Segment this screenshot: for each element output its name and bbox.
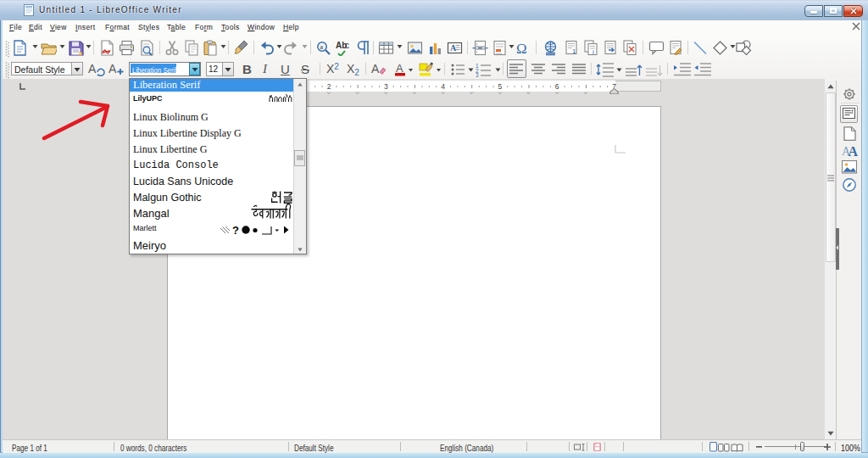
svg-text:A: A — [396, 62, 403, 75]
svg-text:A: A — [371, 62, 380, 75]
svg-text:A: A — [108, 62, 117, 75]
svg-text:2: 2 — [327, 82, 331, 91]
svg-text:4: 4 — [441, 82, 445, 91]
svg-text:a: a — [320, 43, 324, 51]
svg-text:A: A — [88, 62, 97, 75]
svg-text:c: c — [345, 41, 349, 50]
svg-text:A: A — [849, 144, 859, 159]
svg-text:5: 5 — [498, 82, 503, 91]
svg-text:i: i — [593, 48, 594, 56]
svg-text:1: 1 — [572, 47, 576, 55]
svg-text:6: 6 — [555, 82, 559, 91]
svg-text:?: ? — [232, 224, 239, 236]
svg-text:3: 3 — [384, 82, 388, 91]
svg-text:Ω: Ω — [516, 41, 527, 57]
svg-text:3: 3 — [476, 72, 479, 77]
